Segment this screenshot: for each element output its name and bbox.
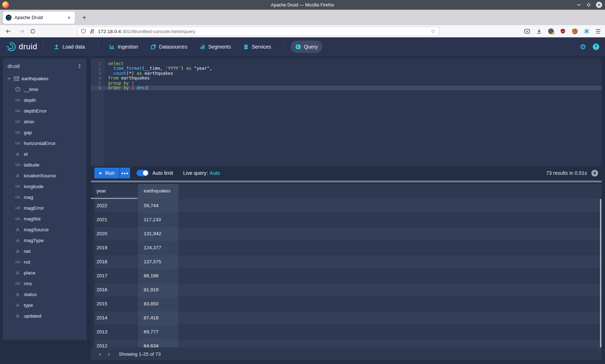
column-name: gap (24, 130, 32, 135)
column-name: id (24, 151, 28, 157)
nav-item-query[interactable]: Query (291, 41, 322, 53)
schema-column-nst[interactable]: 123nst (3, 256, 86, 267)
cell-earthquakes[interactable]: 81,919 (138, 283, 179, 297)
account-icon[interactable] (548, 28, 554, 34)
schema-column-updated[interactable]: Aupdated (3, 310, 86, 321)
schema-column-magNst[interactable]: 123magNst (3, 213, 86, 224)
maximize-icon[interactable] (586, 3, 591, 7)
url-text[interactable]: 172.18.0.4:30109/unified-console.html#qu… (98, 29, 430, 34)
next-page-icon[interactable]: › (104, 350, 113, 358)
forward-icon[interactable] (17, 27, 27, 36)
run-more-button[interactable]: ●●● (120, 168, 130, 178)
schema-column-gap[interactable]: 123gap (3, 127, 86, 138)
schema-column-__time[interactable]: __time (3, 84, 86, 95)
download-results-icon[interactable] (591, 170, 598, 177)
cell-earthquakes[interactable]: 124,377 (138, 241, 179, 255)
cell-year[interactable]: 2019 (91, 241, 138, 255)
menu-icon[interactable]: ☰ (596, 28, 601, 35)
schema-table-earthquakes[interactable]: earthquakes (3, 73, 86, 84)
downloads-icon[interactable] (536, 28, 542, 34)
cookie-icon[interactable] (572, 28, 578, 34)
pocket-icon[interactable] (524, 28, 530, 34)
nav-item-segments[interactable]: Segments (195, 41, 236, 53)
run-button[interactable]: ▶ Run (94, 168, 120, 178)
cell-year[interactable]: 2021 (91, 213, 138, 227)
tab-close-icon[interactable]: × (66, 14, 72, 21)
schema-column-place[interactable]: Aplace (3, 267, 86, 278)
back-icon[interactable] (4, 27, 13, 36)
results-header-row: year earthquakes (91, 184, 602, 199)
insecure-lock-icon[interactable] (89, 28, 95, 34)
cell-earthquakes[interactable]: 86,166 (138, 269, 179, 283)
number-type-icon: 123 (14, 185, 22, 188)
vertical-scrollbar[interactable] (600, 199, 601, 347)
line-number: 4 (91, 76, 104, 81)
horizontal-scrollbar[interactable] (91, 181, 602, 182)
column-header-year[interactable]: year (91, 184, 138, 199)
sql-editor[interactable]: 1select2 time_format(__time, 'YYYY') as … (91, 58, 602, 166)
schema-column-magType[interactable]: AmagType (3, 235, 86, 246)
schema-column-magError[interactable]: 123magError (3, 203, 86, 213)
schema-column-depth[interactable]: 123depth (3, 95, 86, 105)
shield-icon[interactable] (81, 28, 86, 34)
schema-column-net[interactable]: Anet (3, 246, 86, 256)
play-icon: ▶ (99, 171, 102, 175)
cell-earthquakes[interactable]: 64,634 (138, 339, 179, 347)
cell-earthquakes[interactable]: 83,850 (138, 297, 179, 311)
reload-icon[interactable] (28, 27, 37, 36)
url-bar[interactable]: 172.18.0.4:30109/unified-console.html#qu… (77, 27, 439, 36)
cell-earthquakes[interactable]: 117,133 (138, 213, 179, 227)
schema-column-latitude[interactable]: 123latitude (3, 159, 86, 170)
cell-earthquakes[interactable]: 137,575 (138, 255, 179, 269)
schema-column-longitude[interactable]: 123longitude (3, 181, 86, 192)
auto-limit-toggle[interactable] (136, 170, 149, 176)
schema-column-dmin[interactable]: 123dmin (3, 116, 86, 127)
schema-column-horizontalError[interactable]: 123horizontalError (3, 138, 86, 149)
druid-logo[interactable]: druid (6, 41, 37, 52)
nav-item-label: Query (304, 44, 318, 50)
column-header-earthquakes[interactable]: earthquakes (138, 184, 179, 199)
cell-year[interactable]: 2012 (91, 339, 138, 347)
cell-year[interactable]: 2016 (91, 283, 138, 297)
tab-apache-druid[interactable]: Apache Druid × (3, 12, 75, 24)
help-icon[interactable]: ? (593, 44, 599, 50)
cell-year[interactable]: 2017 (91, 269, 138, 283)
line-number: 5 (91, 81, 104, 86)
minimize-icon[interactable] (577, 3, 581, 7)
prev-page-icon[interactable]: ‹ (96, 350, 104, 358)
cell-earthquakes[interactable]: 87,418 (138, 311, 179, 325)
nav-item-load-data[interactable]: Load data (49, 41, 89, 53)
sort-double-caret-icon[interactable] (77, 63, 82, 69)
cell-earthquakes[interactable]: 69,777 (138, 325, 179, 339)
cell-year[interactable]: 2013 (91, 325, 138, 339)
close-icon[interactable] (596, 2, 602, 8)
schema-column-status[interactable]: Astatus (3, 289, 86, 300)
schema-column-rms[interactable]: 123rms (3, 278, 86, 289)
schema-column-locationSource[interactable]: AlocationSource (3, 170, 86, 181)
cell-year[interactable]: 2015 (91, 297, 138, 311)
cell-year[interactable]: 2020 (91, 227, 138, 241)
nav-item-services[interactable]: Services (238, 41, 276, 53)
cell-earthquakes[interactable]: 59,744 (138, 199, 179, 213)
column-name: magError (24, 205, 44, 211)
schema-selector[interactable]: druid (3, 58, 86, 73)
cell-earthquakes[interactable]: 131,942 (138, 227, 179, 241)
cell-year[interactable]: 2022 (91, 199, 138, 213)
extension-asterisk-icon[interactable] (584, 28, 590, 34)
schema-column-depthError[interactable]: 123depthError (3, 105, 86, 116)
gear-icon[interactable]: ⚙ (580, 42, 586, 51)
schema-column-id[interactable]: Aid (3, 149, 86, 159)
schema-column-magSource[interactable]: AmagSource (3, 224, 86, 235)
nav-item-datasources[interactable]: Datasources (146, 41, 192, 53)
chevron-down-icon[interactable] (6, 76, 12, 81)
live-query-value[interactable]: Auto (210, 170, 220, 176)
schema-column-type[interactable]: Atype (3, 300, 86, 310)
cell-year[interactable]: 2014 (91, 311, 138, 325)
line-number: 1 (91, 62, 104, 66)
bookmark-star-icon[interactable]: ☆ (430, 28, 436, 35)
ublock-icon[interactable]: uO (560, 28, 566, 34)
nav-item-ingestion[interactable]: Ingestion (104, 41, 143, 53)
new-tab-button[interactable]: + (79, 13, 89, 23)
schema-column-mag[interactable]: 123mag (3, 192, 86, 203)
cell-year[interactable]: 2018 (91, 255, 138, 269)
